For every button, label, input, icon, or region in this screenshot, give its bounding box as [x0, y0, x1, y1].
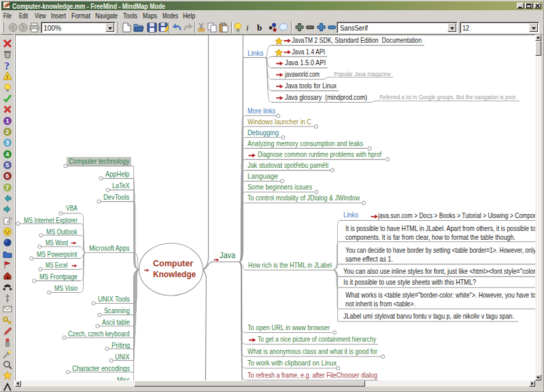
svg-text:7: 7	[5, 184, 9, 191]
svg-text:?: ?	[5, 60, 10, 70]
svg-text:6: 6	[5, 173, 9, 180]
svg-text:4: 4	[5, 151, 9, 158]
svg-text:3: 3	[5, 140, 9, 147]
svg-text:2: 2	[5, 129, 9, 136]
svg-text:!: !	[6, 74, 8, 80]
svg-text:1: 1	[6, 118, 10, 124]
svg-text:5: 5	[5, 162, 9, 169]
